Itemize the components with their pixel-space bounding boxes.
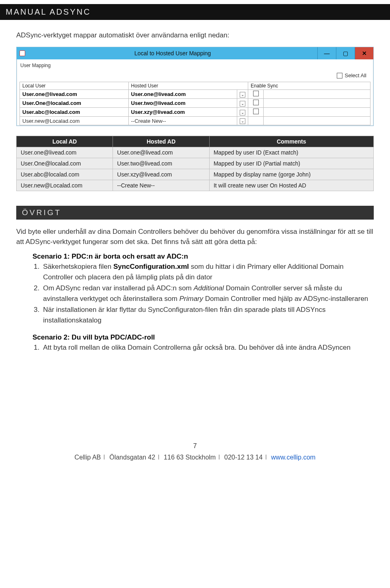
app-icon bbox=[17, 47, 28, 59]
window-title: Local to Hosted User Mapping bbox=[28, 47, 317, 59]
mapping-grid: Local User Hosted User Enable Sync User.… bbox=[20, 82, 370, 125]
page-number: 7 bbox=[16, 442, 374, 450]
table-row: User.one@livead.com User.one@livead.com … bbox=[20, 90, 370, 99]
cell-hosted: User.xzy@livead.com bbox=[128, 108, 237, 117]
select-all-checkbox[interactable] bbox=[337, 73, 342, 78]
dropdown-icon[interactable]: ⌄ bbox=[240, 92, 245, 98]
dropdown-icon[interactable]: ⌄ bbox=[240, 110, 245, 115]
footer-phone: 020-12 13 14 bbox=[224, 454, 262, 461]
table-row: User.one@livead.com User.one@livead.com … bbox=[17, 147, 374, 158]
enable-sync-checkbox[interactable] bbox=[253, 100, 259, 105]
cell-hosted: User.one@livead.com bbox=[128, 90, 237, 99]
dropdown-icon[interactable]: ⌄ bbox=[240, 118, 245, 124]
table-row: User.new@Localad.com --Create New-- ⌄ bbox=[20, 117, 370, 125]
section-heading: ÖVRIGT bbox=[16, 206, 374, 220]
enable-sync-checkbox[interactable] bbox=[253, 91, 259, 96]
footer-address2: 116 63 Stockholm bbox=[164, 454, 216, 461]
scenario2-title: Scenario 2: Du vill byta PDC/ADC-roll bbox=[32, 333, 374, 342]
col-hosted-user: Hosted User bbox=[128, 82, 248, 90]
scenario1-title: Scenario 1: PDC:n är borta och ersatt av… bbox=[32, 253, 374, 261]
table-row: User.One@localad.com User.two@livead.com… bbox=[20, 99, 370, 108]
explanation-table: Local AD Hosted AD Comments User.one@liv… bbox=[16, 136, 374, 191]
col-enable-sync: Enable Sync bbox=[248, 82, 370, 90]
body-paragraph: Vid byte eller underhåll av dina Domain … bbox=[16, 227, 374, 247]
intro-text: ADSync-verktyget mappar automatiskt över… bbox=[16, 31, 374, 39]
footer: Cellip ABI Ölandsgatan 42I 116 63 Stockh… bbox=[16, 454, 374, 461]
cell-hosted: --Create New-- bbox=[128, 117, 237, 125]
list-item: Att byta roll mellan de olika Domain Con… bbox=[41, 342, 374, 353]
footer-company: Cellip AB bbox=[74, 454, 101, 461]
footer-address1: Ölandsgatan 42 bbox=[109, 454, 155, 461]
col-hosted-ad: Hosted AD bbox=[113, 136, 209, 147]
cell-hosted: User.two@livead.com bbox=[128, 99, 237, 108]
list-item: När installationen är klar flyttar du Sy… bbox=[41, 305, 374, 325]
titlebar: Local to Hosted User Mapping — ▢ ✕ bbox=[17, 47, 373, 59]
select-all-label: Select All bbox=[345, 72, 366, 78]
cell-local: User.One@localad.com bbox=[20, 99, 129, 108]
table-row: User.abc@localad.com User.xzy@livead.com… bbox=[20, 108, 370, 117]
dropdown-icon[interactable]: ⌄ bbox=[240, 101, 245, 107]
enable-sync-checkbox[interactable] bbox=[253, 109, 259, 114]
cell-local: User.one@livead.com bbox=[20, 90, 129, 99]
maximize-button[interactable]: ▢ bbox=[336, 47, 355, 59]
table-row: User.abc@localad.com User.xzy@livead.com… bbox=[17, 169, 374, 180]
scenario2-steps: Att byta roll mellan de olika Domain Con… bbox=[41, 342, 374, 353]
cell-local: User.abc@localad.com bbox=[20, 108, 129, 117]
tab-user-mapping[interactable]: User Mapping bbox=[20, 62, 370, 71]
col-local-ad: Local AD bbox=[17, 136, 113, 147]
table-row: User.new@Localad.com --Create New-- It w… bbox=[17, 180, 374, 191]
footer-link[interactable]: www.cellip.com bbox=[271, 454, 315, 461]
close-button[interactable]: ✕ bbox=[355, 47, 373, 59]
col-comments: Comments bbox=[209, 136, 373, 147]
app-window: Local to Hosted User Mapping — ▢ ✕ User … bbox=[16, 47, 374, 126]
list-item: Säkerhetskopiera filen SyncConfiguration… bbox=[41, 261, 374, 282]
cell-local: User.new@Localad.com bbox=[20, 117, 129, 125]
minimize-button[interactable]: — bbox=[317, 47, 336, 59]
col-local-user: Local User bbox=[20, 82, 129, 90]
table-row: User.One@localad.com User.two@livead.com… bbox=[17, 158, 374, 169]
list-item: Om ADSync redan var installerad på ADC:n… bbox=[41, 283, 374, 304]
page-header: MANUAL ADSYNC bbox=[0, 4, 390, 20]
scenario1-steps: Säkerhetskopiera filen SyncConfiguration… bbox=[41, 261, 374, 325]
